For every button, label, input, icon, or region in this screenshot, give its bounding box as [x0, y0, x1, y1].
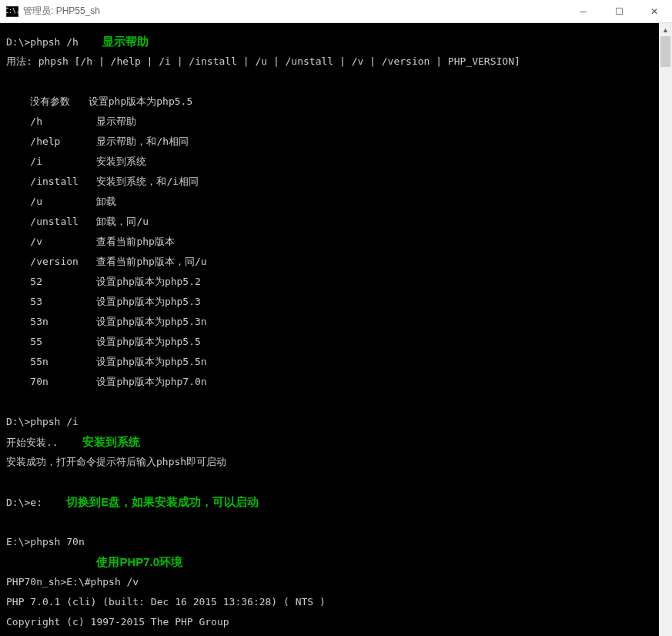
output-line: /version 查看当前php版本，同/u — [6, 256, 672, 266]
output-line: /u 卸载 — [6, 196, 672, 206]
window: C:\. 管理员: PHP55_sh ─ ☐ ✕ D:\>phpsh /h 显示… — [0, 0, 672, 636]
output-line: 70n 设置php版本为php7.0n — [6, 377, 672, 387]
output-line — [6, 517, 672, 527]
output-line: Copyright (c) 1997-2015 The PHP Group — [6, 617, 672, 627]
output-line: 52 设置php版本为php5.2 — [6, 276, 672, 286]
output-line — [6, 477, 672, 487]
annotation-help: 显示帮助 — [102, 35, 149, 48]
prompt-line: D:\>e: — [6, 497, 42, 508]
output-line: 55 设置php版本为php5.5 — [6, 336, 672, 346]
output-line: /h 显示帮助 — [6, 116, 672, 126]
output-line: 开始安装.. — [6, 437, 59, 448]
output-line: /v 查看当前php版本 — [6, 236, 672, 246]
output-line: /install 安装到系统，和/i相同 — [6, 176, 672, 186]
output-line: /unstall 卸载，同/u — [6, 216, 672, 226]
annotation-install: 安装到系统 — [82, 435, 140, 448]
prompt-line: PHP70n_sh>E:\#phpsh /v — [6, 577, 672, 587]
annotation-switch-e: 切换到E盘，如果安装成功，可以启动 — [66, 495, 259, 508]
output-line: 安装成功，打开命令提示符后输入phpsh即可启动 — [6, 457, 672, 467]
output-line: 53 设置php版本为php5.3 — [6, 296, 672, 306]
scrollbar-thumb[interactable] — [660, 36, 670, 67]
annotation-php70: 使用PHP7.0环境 — [96, 555, 182, 568]
scrollbar-up-icon[interactable]: ▲ — [659, 23, 672, 36]
prompt-line: D:\>phpsh /i — [6, 416, 79, 427]
output-line: PHP 7.0.1 (cli) (built: Dec 16 2015 13:3… — [6, 597, 672, 607]
terminal[interactable]: D:\>phpsh /h 显示帮助 用法: phpsh [/h | /help … — [0, 23, 672, 636]
output-line — [6, 397, 672, 407]
titlebar[interactable]: C:\. 管理员: PHP55_sh ─ ☐ ✕ — [0, 0, 672, 23]
usage-line: 用法: phpsh [/h | /help | /i | /install | … — [6, 56, 672, 66]
window-title: 管理员: PHP55_sh — [23, 5, 566, 18]
close-button[interactable]: ✕ — [637, 0, 672, 23]
minimize-button[interactable]: ─ — [566, 0, 601, 23]
output-line: 53n 设置php版本为php5.3n — [6, 316, 672, 326]
output-line: /i 安装到系统 — [6, 156, 672, 166]
output-line — [6, 76, 672, 86]
cmd-icon: C:\. — [6, 6, 18, 17]
output-line: /help 显示帮助，和/h相同 — [6, 136, 672, 146]
prompt-line: D:\>phpsh /h — [6, 36, 79, 48]
window-controls: ─ ☐ ✕ — [566, 0, 672, 23]
output-line: 55n 设置php版本为php5.5n — [6, 356, 672, 367]
output-line: 没有参数 设置php版本为php5.5 — [6, 96, 672, 106]
scrollbar[interactable]: ▲ — [659, 23, 672, 636]
prompt-line: E:\>phpsh 70n — [6, 536, 85, 547]
maximize-button[interactable]: ☐ — [601, 0, 637, 23]
